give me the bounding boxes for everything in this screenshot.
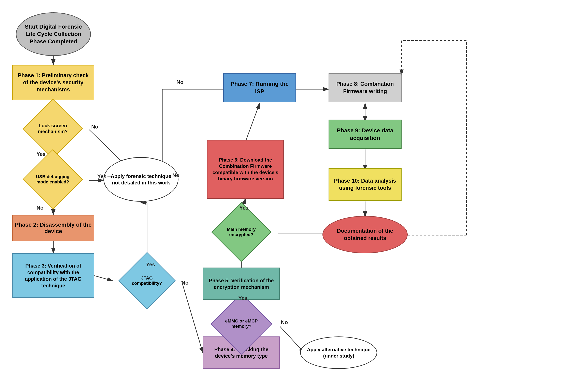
label-no-4: No: [281, 319, 288, 326]
svg-line-18: [245, 103, 260, 142]
label-no-3: No→: [181, 280, 194, 286]
diamond-encrypted-node: Main memoryencrypted?: [205, 211, 278, 253]
svg-line-7: [94, 276, 113, 281]
label-no-6: No: [177, 79, 184, 85]
apply-forensic-node: Apply forensic technique not detailed in…: [103, 157, 179, 202]
phase6-node: Phase 6: Download the Combination Firmwa…: [207, 140, 284, 199]
flowchart: Start Digital Forensic Life Cycle Collec…: [0, 0, 563, 392]
label-no-5: No: [172, 172, 179, 179]
start-node: Start Digital Forensic Life Cycle Collec…: [16, 12, 91, 56]
label-no-1: No: [91, 124, 98, 130]
apply-alt-node: Apply alternative technique (under study…: [300, 336, 377, 369]
label-no-2: No: [37, 205, 44, 211]
phase9-node: Phase 9: Device data acquisition: [329, 120, 402, 149]
diamond-usb-node: USB debuggingmode enabled?: [16, 158, 89, 201]
svg-line-10: [181, 281, 203, 353]
svg-line-12: [280, 326, 304, 353]
phase3-node: Phase 3: Verification of compatibility w…: [12, 253, 94, 298]
label-yes-2: Yes→: [97, 173, 112, 180]
phase7-node: Phase 7: Running the ISP: [223, 73, 296, 102]
phase10-node: Phase 10: Data analysis using forensic t…: [329, 168, 402, 201]
phase8-node: Phase 8: Combination Firmware writing: [329, 73, 402, 102]
label-yes-1: Yes: [37, 151, 46, 157]
label-yes-3: Yes: [146, 261, 155, 268]
phase1-node: Phase 1: Preliminary check of the device…: [12, 65, 94, 100]
phase2-node: Phase 2: Disassembly of the device: [12, 215, 94, 241]
label-yes-5: Yes: [239, 205, 248, 211]
diamond-lock-node: Lock screenmechanism?: [16, 107, 89, 150]
doc-node: Documentation of the obtained results: [322, 216, 408, 253]
diamond-emmc-node: eMMC or eMCPmemory?: [203, 302, 280, 346]
label-yes-4: Yes: [238, 295, 247, 301]
